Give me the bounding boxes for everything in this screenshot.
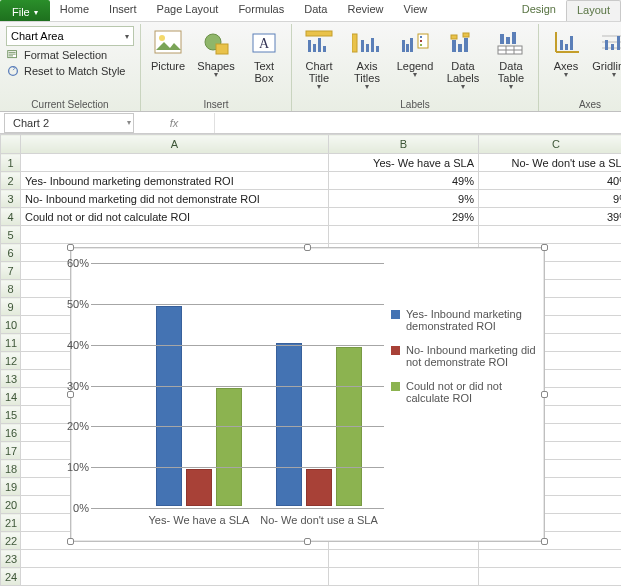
chart-y-tick-label: 40% [67,339,89,351]
embedded-chart[interactable]: Yes- We have a SLANo- We don't use a SLA… [70,247,545,542]
axes-button[interactable]: Axes ▾ [545,26,587,78]
picture-button[interactable]: Picture [147,26,189,72]
tab-page-layout[interactable]: Page Layout [147,0,229,21]
chart-title-button[interactable]: Chart Title ▾ [298,26,340,90]
axis-titles-button[interactable]: Axis Titles ▾ [346,26,388,90]
data-labels-button[interactable]: Data Labels ▾ [442,26,484,90]
svg-rect-41 [570,36,573,50]
cell[interactable] [21,550,329,568]
svg-rect-29 [463,33,469,37]
chart-plot-area[interactable]: Yes- We have a SLANo- We don't use a SLA… [91,263,384,506]
data-labels-label: Data Labels [447,60,479,84]
svg-rect-30 [500,34,504,44]
col-header-c[interactable]: C [479,135,622,154]
fx-icon[interactable]: fx [134,117,214,129]
gridlines-button[interactable]: Gridlines ▾ [593,26,621,78]
tab-design[interactable]: Design [512,0,566,21]
cell[interactable]: Yes- Inbound marketing demonstrated ROI [21,172,329,190]
reset-to-match-style-button[interactable]: Reset to Match Style [6,64,134,78]
cell[interactable]: Could not or did not calculate ROI [21,208,329,226]
legend-item[interactable]: No- Inbound marketing did not demonstrat… [391,344,536,368]
cell[interactable] [479,550,622,568]
chart-bar[interactable] [156,306,182,506]
formula-input[interactable] [214,113,621,133]
tab-formulas[interactable]: Formulas [228,0,294,21]
name-box[interactable]: Chart 2 ▾ [4,113,134,133]
cell[interactable]: 49% [329,172,479,190]
row-header[interactable]: 5 [1,226,21,244]
data-table-button[interactable]: Data Table ▾ [490,26,532,90]
row-header[interactable]: 17 [1,442,21,460]
chart-category-cluster[interactable]: Yes- We have a SLA [139,263,259,506]
row-header[interactable]: 1 [1,154,21,172]
group-axes-label: Axes [545,99,621,111]
cell[interactable] [21,226,329,244]
tab-data[interactable]: Data [294,0,337,21]
row-header[interactable]: 24 [1,568,21,586]
format-selection-button[interactable]: Format Selection [6,48,134,62]
data-table-icon [496,28,526,58]
row-header[interactable]: 6 [1,244,21,262]
select-all-corner[interactable] [1,135,21,154]
chart-y-tick-label: 10% [67,461,89,473]
tab-review[interactable]: Review [337,0,393,21]
row-header[interactable]: 11 [1,334,21,352]
row-header[interactable]: 7 [1,262,21,280]
chart-bar[interactable] [306,469,332,506]
chart-legend[interactable]: Yes- Inbound marketing demonstrated ROIN… [391,308,536,404]
chart-element-dropdown[interactable]: Chart Area ▾ [6,26,134,46]
row-header[interactable]: 21 [1,514,21,532]
tab-home[interactable]: Home [50,0,99,21]
legend-button[interactable]: Legend ▾ [394,26,436,78]
row-header[interactable]: 4 [1,208,21,226]
tab-file[interactable]: File ▾ [0,0,50,21]
cell[interactable]: 9% [329,190,479,208]
cell[interactable] [329,550,479,568]
cell[interactable]: 40% [479,172,622,190]
cell[interactable]: 9% [479,190,622,208]
shapes-button[interactable]: Shapes ▾ [195,26,237,78]
row-header[interactable]: 8 [1,280,21,298]
row-header[interactable]: 19 [1,478,21,496]
chart-category-cluster[interactable]: No- We don't use a SLA [259,263,379,506]
chart-bar[interactable] [276,343,302,506]
tab-insert[interactable]: Insert [99,0,147,21]
legend-item[interactable]: Yes- Inbound marketing demonstrated ROI [391,308,536,332]
row-header[interactable]: 15 [1,406,21,424]
tab-layout[interactable]: Layout [566,0,621,21]
cell[interactable]: No- Inbound marketing did not demonstrat… [21,190,329,208]
legend-label: Yes- Inbound marketing demonstrated ROI [406,308,536,332]
col-header-a[interactable]: A [21,135,329,154]
cell[interactable]: Yes- We have a SLA [329,154,479,172]
chart-bar[interactable] [186,469,212,506]
cell[interactable] [329,226,479,244]
cell[interactable] [479,568,622,586]
row-header[interactable]: 2 [1,172,21,190]
row-header[interactable]: 3 [1,190,21,208]
cell[interactable]: No- We don't use a SLA [479,154,622,172]
cell[interactable] [329,568,479,586]
legend-item[interactable]: Could not or did not calculate ROI [391,380,536,404]
row-header[interactable]: 16 [1,424,21,442]
row-header[interactable]: 14 [1,388,21,406]
row-header[interactable]: 18 [1,460,21,478]
row-header[interactable]: 20 [1,496,21,514]
chevron-down-icon: ▾ [214,72,218,78]
cell[interactable]: 29% [329,208,479,226]
chevron-down-icon: ▾ [564,72,568,78]
row-header[interactable]: 10 [1,316,21,334]
col-header-b[interactable]: B [329,135,479,154]
cell[interactable]: 39% [479,208,622,226]
svg-rect-11 [318,38,321,52]
chart-bar[interactable] [216,388,242,506]
row-header[interactable]: 22 [1,532,21,550]
text-box-button[interactable]: A Text Box [243,26,285,84]
row-header[interactable]: 13 [1,370,21,388]
cell[interactable] [479,226,622,244]
row-header[interactable]: 23 [1,550,21,568]
row-header[interactable]: 12 [1,352,21,370]
tab-view[interactable]: View [394,0,438,21]
cell[interactable] [21,154,329,172]
cell[interactable] [21,568,329,586]
row-header[interactable]: 9 [1,298,21,316]
